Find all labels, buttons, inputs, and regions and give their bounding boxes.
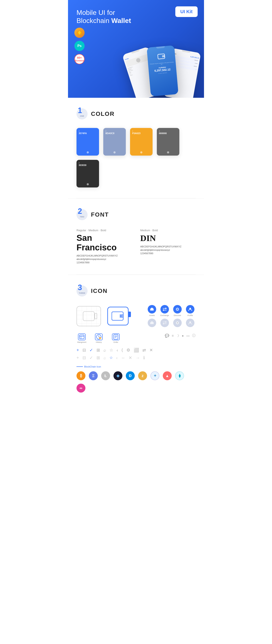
icon-management: Mangment (76, 334, 87, 343)
icon-exchange: Exchange (160, 305, 170, 316)
font1-lowercase: abcdefghijklmnopqrstuvwxyz (76, 258, 132, 260)
svg-rect-29 (114, 334, 118, 339)
icon-top-row: Assets Exchange Discover Profile (76, 305, 196, 327)
nav-icons-grid: Assets Exchange Discover Profile (146, 305, 196, 327)
misc-icons-small: 💬 ≡ ☽ ● ▭ ⓘ (165, 334, 196, 338)
svg-point-19 (189, 308, 191, 310)
font1-numbers: 1234567890 (76, 261, 132, 264)
misc-icons-row-1: + ⊟ ✓ ⊞ ⌕ ☆ ‹ ⟨ ⚙ ⬜ ⇄ ✕ (76, 348, 196, 352)
icon-search-gray: ⌕ (104, 355, 106, 360)
color-section: 1 ONE COLOR # 3574FA # 8DA0C8 # F5A623 #… (68, 98, 204, 198)
icon-section: 3 THREE ICON (68, 274, 204, 403)
font-san-francisco: Regular · Medium · Bold San Francisco AB… (76, 229, 132, 264)
icon-close: ✕ (150, 348, 153, 352)
phone-mockup-2: Character may be masterkey in the good m… (146, 45, 178, 96)
crypto-icon-5: z (138, 371, 147, 380)
number-circle-2: 2 TWO (76, 209, 88, 220)
icon-circle-sm: ● (182, 334, 184, 338)
icon-chevron-gray: ‹ (116, 355, 118, 360)
crypto-icon-8: ⧫ (175, 371, 184, 380)
number-circle-3: 3 THREE (76, 286, 88, 296)
icon-list-gray: ⊟ (82, 355, 86, 360)
icon-info-gray: ℹ (143, 355, 145, 360)
icon-plus: + (76, 348, 79, 352)
wireframe-wallet-1 (76, 306, 101, 326)
color-swatch-4: # 303030 (76, 160, 99, 188)
icon-profile-gray (185, 318, 196, 327)
blockchain-line (76, 366, 83, 367)
section-number-font: 2 TWO FONT (76, 209, 196, 220)
svg-point-22 (177, 322, 178, 323)
sketch-badge (74, 28, 84, 38)
wallet-icon-blue (107, 307, 128, 326)
crypto-icon-9: ∞ (76, 384, 86, 392)
font2-lowercase: abcdefghijklmnopqrstuvwxyz (140, 249, 196, 251)
icon-chat-sm: 💬 (165, 334, 169, 338)
badges-column: Ps 60+ Screens (74, 28, 84, 64)
icon-search: ⌕ (104, 348, 106, 352)
icon-star: ☆ (110, 348, 113, 352)
icon-grid-gray: ⊞ (96, 355, 100, 360)
color-swatch-1: # 8DA0C8 (103, 128, 126, 156)
crypto-icons-row: ₿ΞŁ◈Ðz✦▲⧫∞ (76, 371, 196, 392)
svg-rect-3 (162, 55, 165, 58)
icon-arrow-gray: → (136, 355, 140, 360)
svg-point-14 (120, 316, 122, 317)
icon-settings: ⚙ (126, 348, 130, 352)
icon-layers-sm: ≡ (172, 334, 174, 338)
crypto-icon-0: ₿ (76, 371, 86, 380)
color-swatches: # 3574FA # 8DA0C8 # F5A623 # 666666 # 30… (76, 128, 196, 188)
svg-rect-24 (80, 335, 84, 339)
svg-marker-15 (150, 308, 154, 310)
icon-plus-gray: + (76, 355, 79, 360)
hero-section: Mobile UI for Blockchain Wallet UI Kit P… (68, 0, 204, 98)
ps-badge: Ps (74, 41, 84, 51)
color-title: COLOR (91, 110, 114, 117)
svg-point-23 (189, 321, 191, 323)
crypto-icon-1: Ξ (89, 371, 98, 380)
icon-chevron-left: ‹ (117, 348, 118, 352)
icon-grid: ⊞ (96, 348, 100, 352)
font1-uppercase: ABCDEFGHIJKLMNOPQRSTUVWXYZ (76, 254, 132, 257)
font-din: Medium · Bold DIN ABCDEFGHIJKLMNOPQRSTUV… (140, 229, 196, 264)
phone-mockups: Profile Management Message Red Center Ni… (117, 47, 202, 96)
blockchain-label-text: BlockChain Icon (84, 365, 101, 368)
icon-assets-gray (146, 318, 157, 327)
number-circle-1: 1 ONE (76, 108, 88, 120)
icon-share: ⟨ (121, 348, 123, 352)
crypto-icon-2: Ł (101, 371, 110, 380)
hero-title: Mobile UI for Blockchain Wallet (76, 8, 144, 25)
icon-discover: Discover (172, 305, 183, 316)
icon-order: Order (110, 334, 121, 343)
icon-check-gray: ✓ (90, 355, 93, 360)
icon-info-sm: ⓘ (192, 334, 196, 338)
icon-message-sm: ▭ (186, 334, 190, 338)
management-icons-row: Mangment History (76, 334, 196, 343)
icon-share-gray: ↔ (121, 355, 125, 360)
section-number-color: 1 ONE COLOR (76, 108, 196, 120)
crypto-icon-3: ◈ (114, 371, 122, 380)
font2-numbers: 1234567890 (140, 252, 196, 254)
font-title: FONT (91, 211, 109, 218)
icon-x-gray: ✕ (128, 355, 132, 360)
font2-uppercase: ABCDEFGHIJKLMNOPQRSTUVWXYZ (140, 245, 196, 248)
icon-swap: ⇄ (142, 348, 146, 352)
svg-marker-20 (150, 321, 154, 324)
font1-name: San Francisco (76, 233, 132, 252)
font-grid: Regular · Medium · Bold San Francisco AB… (76, 229, 196, 264)
icon-export: ⬜ (134, 348, 139, 352)
crypto-icon-7: ▲ (163, 371, 172, 380)
crypto-icon-4: Ð (126, 371, 135, 380)
color-swatch-0: # 3574FA (76, 128, 99, 156)
icon-title: ICON (91, 288, 108, 294)
icon-profile: Profile (185, 305, 196, 316)
misc-icons-row-2: + ⊟ ✓ ⊞ ⌕ ☆ ‹ ↔ ✕ → ℹ (76, 355, 196, 360)
icon-assets: Assets (146, 305, 157, 316)
crypto-icon-6: ✦ (150, 371, 160, 380)
section-number-icon: 3 THREE ICON (76, 286, 196, 296)
font2-label: Medium · Bold (140, 229, 196, 232)
blockchain-label-row: BlockChain Icon (76, 365, 196, 368)
ui-kit-badge: UI Kit (175, 6, 198, 17)
font2-name: DIN (140, 233, 196, 243)
icon-exchange-gray (160, 318, 170, 327)
